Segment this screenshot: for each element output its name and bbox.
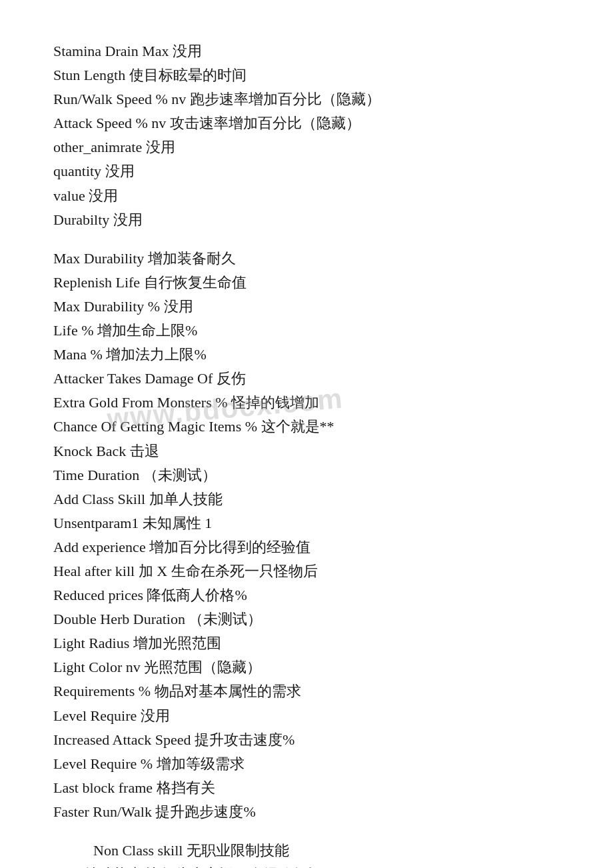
line30: Level Require % 增加等级需求 <box>53 753 560 775</box>
content-block: Stamina Drain Max 没用Stun Length 使目标眩晕的时间… <box>53 40 560 868</box>
line25: Light Radius 增加光照范围 <box>53 632 560 655</box>
spacer <box>53 233 560 247</box>
line21: Add experience 增加百分比得到的经验值 <box>53 536 560 559</box>
line15: Extra Gold From Monsters % 怪掉的钱增加 <box>53 391 560 414</box>
line20: Unsentparam1 未知属性 1 <box>53 512 560 535</box>
line17: Knock Back 击退 <box>53 440 560 463</box>
line4: Attack Speed % nv 攻击速率增加百分比（隐藏） <box>53 112 560 135</box>
line13: Mana % 增加法力上限% <box>53 343 560 366</box>
line6: quantity 没用 <box>53 160 560 183</box>
line7: value 没用 <box>53 185 560 207</box>
line9: Max Durability 增加装备耐久 <box>53 247 560 270</box>
line14: Attacker Takes Damage Of 反伤 <box>53 367 560 390</box>
line5: other_animrate 没用 <box>53 136 560 159</box>
line19: Add Class Skill 加单人技能 <box>53 488 560 511</box>
line34: state 特殊状态,比如头上永远顶个经验祭坛 <box>53 863 560 868</box>
line22: Heal after kill 加 X 生命在杀死一只怪物后 <box>53 560 560 583</box>
line16: Chance Of Getting Magic Items % 这个就是** <box>53 415 560 438</box>
line8: Durabilty 没用 <box>53 209 560 231</box>
line2: Stun Length 使目标眩晕的时间 <box>53 64 560 87</box>
line11: Max Durability % 没用 <box>53 295 560 318</box>
line31: Last block frame 格挡有关 <box>53 777 560 799</box>
line10: Replenish Life 自行恢复生命值 <box>53 271 560 294</box>
spacer <box>53 825 560 839</box>
line24: Double Herb Duration （未测试） <box>53 608 560 631</box>
line1: Stamina Drain Max 没用 <box>53 40 560 63</box>
line28: Level Require 没用 <box>53 705 560 727</box>
line23: Reduced prices 降低商人价格% <box>53 584 560 607</box>
line3: Run/Walk Speed % nv 跑步速率增加百分比（隐藏） <box>53 88 560 111</box>
line32: Faster Run/Walk 提升跑步速度% <box>53 801 560 823</box>
line12: Life % 增加生命上限% <box>53 319 560 342</box>
line18: Time Duration （未测试） <box>53 464 560 487</box>
line29: Increased Attack Speed 提升攻击速度% <box>53 729 560 751</box>
line26: Light Color nv 光照范围（隐藏） <box>53 656 560 679</box>
line33: Non Class skill 无职业限制技能 <box>53 839 560 862</box>
line27: Requirements % 物品对基本属性的需求 <box>53 680 560 703</box>
